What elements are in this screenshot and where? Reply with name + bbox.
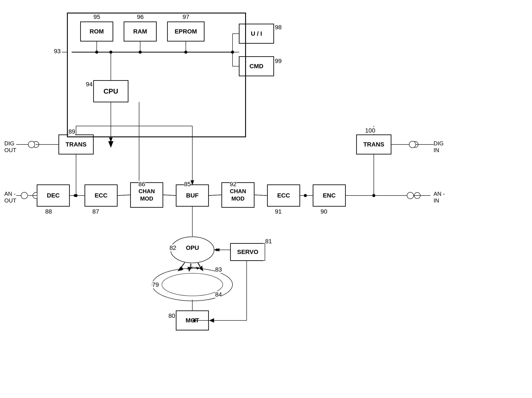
svg-point-13: [184, 51, 187, 53]
cpu-box: CPU: [94, 80, 128, 102]
svg-point-95: [231, 51, 234, 54]
buf-box: BUF: [176, 185, 209, 206]
svg-point-15: [109, 51, 112, 53]
svg-point-129: [304, 194, 307, 197]
svg-point-60: [373, 194, 375, 197]
svg-point-89: [139, 51, 142, 54]
svg-point-49: [75, 194, 77, 197]
servo-box: SERVO: [230, 243, 265, 261]
svg-line-141: [178, 262, 185, 271]
svg-point-115: [372, 194, 375, 197]
ui-box: U / I: [239, 24, 274, 44]
svg-point-91: [184, 51, 187, 54]
ref-88: 88: [45, 208, 52, 215]
enc-box: ENC: [313, 185, 346, 206]
ref-95: 95: [94, 13, 100, 20]
ref-80: 80: [168, 312, 175, 319]
ref-85: 85: [184, 181, 191, 188]
eprom-box: EPROM: [167, 22, 204, 41]
chan-mod-right-box: CHANMOD: [222, 183, 254, 208]
mot-box: MOT: [176, 311, 209, 330]
svg-point-41: [74, 194, 76, 197]
svg-line-126: [209, 195, 222, 196]
ecc-right-box: ECC: [267, 185, 300, 206]
svg-marker-77: [198, 266, 202, 272]
ref-98: 98: [275, 24, 282, 31]
svg-marker-73: [178, 267, 184, 272]
svg-line-44: [209, 195, 222, 196]
ref-94: 94: [86, 81, 93, 88]
trans-right-box: TRANS: [356, 135, 391, 154]
svg-marker-66: [215, 248, 220, 251]
ecc-left-box: ECC: [85, 185, 117, 206]
svg-point-121: [407, 192, 414, 199]
svg-line-143: [189, 263, 191, 272]
svg-line-145: [198, 263, 203, 271]
ref-90: 90: [321, 208, 327, 215]
svg-marker-103: [109, 138, 113, 142]
ref-79: 79: [152, 281, 159, 288]
svg-point-9: [95, 51, 98, 53]
svg-point-62: [414, 192, 420, 199]
dig-in-label: DIGIN: [434, 140, 443, 154]
svg-marker-142: [178, 267, 184, 271]
svg-line-43: [163, 195, 176, 196]
ref-91: 91: [275, 208, 282, 215]
ref-86: 86: [139, 181, 145, 188]
ref-97: 97: [183, 13, 189, 20]
svg-line-76: [198, 263, 202, 272]
svg-point-51: [33, 141, 39, 147]
svg-point-56: [412, 141, 418, 147]
svg-line-45: [254, 195, 267, 196]
svg-marker-67: [215, 248, 220, 251]
svg-line-42: [117, 195, 130, 196]
svg-point-47: [304, 194, 307, 197]
ref-89: 89: [69, 128, 75, 135]
svg-point-112: [21, 192, 28, 199]
dig-out-label: DIGOUT: [4, 140, 16, 154]
svg-point-11: [139, 51, 141, 53]
svg-point-20: [231, 51, 234, 53]
svg-point-87: [95, 51, 98, 54]
ref-92: 92: [230, 181, 236, 188]
svg-line-125: [163, 195, 176, 196]
ref-96: 96: [137, 13, 144, 20]
svg-point-138: [162, 273, 223, 296]
svg-line-72: [178, 263, 185, 272]
ref-82: 82: [170, 244, 176, 251]
svg-point-107: [75, 194, 78, 197]
an-out-label: AN -OUT: [4, 190, 16, 204]
opu-label: OPU: [183, 244, 202, 251]
svg-marker-23: [108, 141, 114, 148]
cmd-box: CMD: [239, 57, 274, 76]
svg-marker-70: [209, 318, 214, 323]
svg-marker-144: [188, 267, 192, 272]
svg-line-127: [254, 195, 267, 196]
ref-87: 87: [92, 208, 99, 215]
svg-point-93: [109, 51, 112, 54]
svg-marker-81: [190, 180, 194, 185]
svg-point-109: [28, 141, 35, 148]
svg-marker-101: [190, 180, 194, 185]
ref-100: 100: [365, 127, 375, 134]
ref-81: 81: [265, 238, 272, 245]
chan-mod-left-box: CHANMOD: [130, 183, 163, 208]
svg-point-39: [162, 274, 223, 296]
svg-marker-75: [189, 267, 193, 273]
rom-box: ROM: [80, 22, 113, 41]
svg-point-118: [409, 141, 416, 148]
ref-83: 83: [215, 266, 222, 273]
svg-line-74: [190, 264, 191, 273]
ref-99: 99: [275, 57, 282, 64]
svg-marker-146: [200, 265, 203, 271]
svg-marker-139: [196, 267, 200, 269]
an-in-label: AN -IN: [434, 190, 445, 204]
ref-93: 93: [54, 48, 61, 55]
trans-left-box: TRANS: [59, 135, 94, 154]
ram-box: RAM: [124, 22, 157, 41]
ref-84: 84: [215, 291, 222, 298]
dec-box: DEC: [37, 185, 70, 206]
diagram: ROM RAM EPROM CPU U / I CMD TRANS TRANS …: [0, 0, 532, 398]
svg-line-124: [117, 195, 130, 196]
svg-marker-133: [214, 248, 217, 251]
